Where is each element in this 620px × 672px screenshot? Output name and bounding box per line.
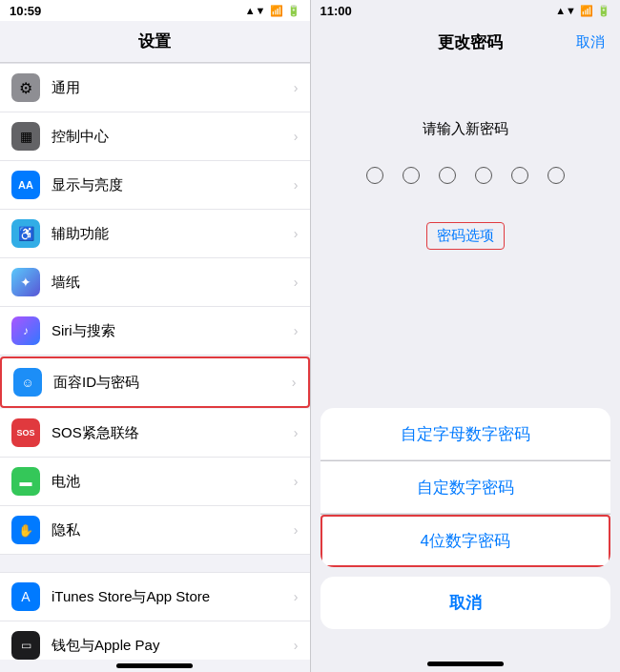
settings-group-1: ⚙ 通用 › ▦ 控制中心 › AA 显示与亮度 › ♿ 辅助功能 › ✦ 墙纸 (0, 63, 310, 555)
display-icon: AA (11, 171, 40, 199)
appstore-label: iTunes Store与App Store (52, 588, 294, 606)
left-nav-bar: 设置 (0, 21, 310, 63)
settings-item-appstore[interactable]: A iTunes Store与App Store › (0, 572, 310, 621)
right-nav-title: 更改密码 (438, 31, 503, 53)
left-status-icons: ▲▼ 📶 🔋 (245, 5, 300, 17)
passcode-options-button[interactable]: 密码选项 (426, 222, 505, 250)
settings-item-control[interactable]: ▦ 控制中心 › (0, 112, 310, 161)
display-chevron: › (294, 177, 299, 193)
action-custom-numeric-label: 自定数字密码 (417, 477, 514, 499)
action-4digit-label: 4位数字密码 (421, 530, 510, 552)
faceid-icon: ☺ (13, 368, 42, 397)
battery-icon: 🔋 (287, 5, 300, 17)
dot-2 (403, 167, 420, 184)
privacy-label: 隐私 (52, 521, 294, 540)
right-wifi-icon: 📶 (580, 5, 593, 17)
appstore-chevron: › (294, 589, 299, 604)
settings-item-wallpaper[interactable]: ✦ 墙纸 › (0, 258, 310, 307)
accessibility-icon: ♿ (11, 219, 40, 248)
privacy-chevron: › (294, 522, 299, 538)
control-label: 控制中心 (52, 128, 294, 146)
settings-item-wallet[interactable]: ▭ 钱包与Apple Pay › (0, 621, 310, 660)
left-home-indicator (116, 663, 193, 668)
right-time: 11:00 (320, 4, 352, 18)
general-chevron: › (294, 80, 299, 95)
general-icon: ⚙ (11, 73, 40, 102)
settings-item-sos[interactable]: SOS SOS紧急联络 › (0, 409, 310, 458)
action-cancel-button[interactable]: 取消 (320, 577, 611, 629)
signal-icon: ▲▼ (245, 5, 266, 16)
control-icon: ▦ (11, 122, 40, 151)
prompt-text: 请输入新密码 (423, 120, 508, 138)
right-status-bar: 11:00 ▲▼ 📶 🔋 (311, 0, 621, 21)
control-chevron: › (294, 129, 299, 144)
right-battery-icon: 🔋 (597, 5, 610, 17)
wallet-icon: ▭ (11, 631, 40, 660)
right-signal-icon: ▲▼ (555, 5, 576, 17)
battery-icon-item: ▬ (11, 467, 40, 496)
left-nav-title: 设置 (138, 31, 171, 52)
settings-list: ⚙ 通用 › ▦ 控制中心 › AA 显示与亮度 › ♿ 辅助功能 › ✦ 墙纸 (0, 63, 310, 660)
action-sheet: 自定字母数字密码 自定数字密码 4位数字密码 取消 (320, 408, 611, 629)
right-status-icons: ▲▼ 📶 🔋 (555, 5, 610, 17)
accessibility-label: 辅助功能 (52, 225, 294, 243)
passcode-dots (366, 167, 565, 184)
settings-item-siri[interactable]: ♪ Siri与搜索 › (0, 307, 310, 356)
sos-label: SOS紧急联络 (52, 424, 294, 442)
left-status-bar: 10:59 ▲▼ 📶 🔋 (0, 0, 310, 21)
left-panel: 10:59 ▲▼ 📶 🔋 设置 ⚙ 通用 › ▦ 控制中心 › AA 显示 (0, 0, 310, 672)
group-divider-1 (0, 555, 310, 572)
wallpaper-chevron: › (294, 275, 299, 290)
dot-3 (439, 167, 456, 184)
display-label: 显示与亮度 (52, 176, 294, 194)
privacy-icon: ✋ (11, 516, 40, 544)
action-custom-numeric[interactable]: 自定数字密码 (320, 461, 611, 514)
action-4digit[interactable]: 4位数字密码 (320, 515, 611, 567)
right-panel: 11:00 ▲▼ 📶 🔋 更改密码 取消 请输入新密码 密码选项 自定字母数字 (311, 0, 621, 672)
settings-item-battery[interactable]: ▬ 电池 › (0, 458, 310, 506)
siri-label: Siri与搜索 (52, 322, 294, 340)
left-time: 10:59 (10, 4, 41, 18)
sos-icon: SOS (11, 418, 40, 447)
settings-group-2: A iTunes Store与App Store › ▭ 钱包与Apple Pa… (0, 572, 310, 660)
settings-item-display[interactable]: AA 显示与亮度 › (0, 161, 310, 210)
dot-4 (475, 167, 492, 184)
faceid-label: 面容ID与密码 (53, 374, 292, 392)
siri-chevron: › (294, 323, 299, 338)
right-cancel-button[interactable]: 取消 (576, 33, 605, 51)
dot-1 (366, 167, 383, 184)
sos-chevron: › (294, 425, 299, 440)
passcode-prompt-area: 请输入新密码 密码选项 自定字母数字密码 自定数字密码 4位数字 (311, 63, 621, 658)
wifi-icon: 📶 (270, 5, 283, 17)
action-sheet-main: 自定字母数字密码 自定数字密码 4位数字密码 (320, 408, 611, 567)
right-home-indicator (427, 662, 504, 666)
general-label: 通用 (52, 79, 294, 97)
settings-item-general[interactable]: ⚙ 通用 › (0, 63, 310, 112)
wallet-label: 钱包与Apple Pay (52, 637, 294, 655)
appstore-icon: A (11, 582, 40, 611)
action-custom-alpha[interactable]: 自定字母数字密码 (320, 408, 611, 460)
wallpaper-label: 墙纸 (52, 274, 294, 292)
settings-item-accessibility[interactable]: ♿ 辅助功能 › (0, 210, 310, 258)
faceid-chevron: › (292, 375, 297, 390)
settings-item-faceid[interactable]: ☺ 面容ID与密码 › (0, 356, 310, 408)
settings-item-privacy[interactable]: ✋ 隐私 › (0, 506, 310, 555)
accessibility-chevron: › (294, 226, 299, 241)
battery-label: 电池 (52, 473, 294, 491)
right-nav-bar: 更改密码 取消 (311, 21, 621, 63)
wallet-chevron: › (294, 638, 299, 653)
battery-chevron: › (294, 474, 299, 489)
siri-icon: ♪ (11, 316, 40, 345)
dot-6 (548, 167, 565, 184)
dot-5 (511, 167, 528, 184)
wallpaper-icon: ✦ (11, 268, 40, 296)
action-custom-alpha-label: 自定字母数字密码 (401, 423, 530, 445)
